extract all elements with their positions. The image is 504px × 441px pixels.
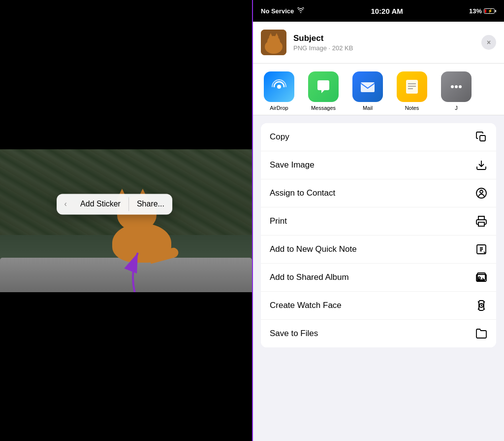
more-icon <box>441 71 472 102</box>
add-sticker-button[interactable]: Add Sticker <box>74 197 126 211</box>
save-image-action[interactable]: Save Image <box>261 151 496 179</box>
airdrop-label: AirDrop <box>270 105 288 111</box>
print-icon <box>475 215 487 227</box>
copy-save-section: Copy Save Image Assign to Contact <box>261 123 496 347</box>
notes-icon <box>397 71 427 102</box>
assign-contact-icon <box>475 187 487 199</box>
messages-app-icon[interactable]: Messages <box>301 71 346 111</box>
divider <box>128 197 129 211</box>
svg-rect-8 <box>406 80 418 94</box>
svg-point-6 <box>277 85 281 89</box>
back-arrow-icon[interactable]: ‹ <box>59 197 72 211</box>
photo-container: ‹ Add Sticker Share... <box>0 149 252 292</box>
save-files-icon <box>475 328 487 339</box>
save-to-files-action[interactable]: Save to Files <box>261 320 496 347</box>
svg-point-12 <box>451 85 454 88</box>
assign-contact-action[interactable]: Assign to Contact <box>261 179 496 207</box>
watch-face-icon <box>475 300 487 311</box>
copy-label: Copy <box>270 132 289 142</box>
share-title-group: Subject PNG Image · 202 KB <box>293 34 474 52</box>
svg-point-13 <box>455 85 458 88</box>
airdrop-app-icon[interactable]: AirDrop <box>257 71 301 111</box>
svg-rect-15 <box>480 136 485 141</box>
arrow-annotation <box>118 248 158 292</box>
notes-app-icon[interactable]: Notes <box>390 71 434 111</box>
copy-icon <box>475 131 487 143</box>
add-shared-album-label: Add to Shared Album <box>270 272 349 282</box>
create-watch-face-action[interactable]: Create Watch Face <box>261 292 496 320</box>
create-watch-face-label: Create Watch Face <box>270 301 342 310</box>
battery-percent: 13% <box>469 7 482 15</box>
status-left: No Service <box>261 7 305 15</box>
add-quick-note-action[interactable]: Add to New Quick Note <box>261 236 496 264</box>
status-bar: No Service 10:20 AM 13% ⚡ <box>253 0 504 22</box>
share-header: Subject PNG Image · 202 KB × <box>253 22 504 64</box>
svg-point-18 <box>480 190 483 193</box>
svg-point-3 <box>267 36 280 48</box>
app-icons-row: AirDrop Messages Mail <box>253 64 504 115</box>
add-shared-album-action[interactable]: Add to Shared Album <box>261 264 496 292</box>
signal-text: No Service <box>261 7 294 15</box>
share-title: Subject <box>293 34 474 43</box>
svg-rect-19 <box>478 222 484 226</box>
notes-label: Notes <box>405 105 419 111</box>
airdrop-icon <box>264 71 294 102</box>
action-list: Copy Save Image Assign to Contact <box>253 115 504 441</box>
mail-icon <box>352 71 383 102</box>
shared-album-icon <box>475 271 487 283</box>
quick-note-icon <box>475 243 487 255</box>
assign-contact-label: Assign to Contact <box>270 188 335 198</box>
share-thumbnail <box>261 30 286 55</box>
save-image-icon <box>475 159 487 171</box>
mail-app-icon[interactable]: Mail <box>346 71 390 111</box>
svg-point-14 <box>459 85 462 88</box>
battery-icon: ⚡ <box>484 8 496 14</box>
save-to-files-label: Save to Files <box>270 329 318 339</box>
share-button[interactable]: Share... <box>131 197 170 211</box>
add-quick-note-label: Add to New Quick Note <box>270 244 357 254</box>
more-label: J <box>455 105 458 111</box>
more-app-icon[interactable]: J <box>434 71 478 111</box>
print-action[interactable]: Print <box>261 207 496 236</box>
copy-action[interactable]: Copy <box>261 123 496 151</box>
wifi-icon <box>297 7 305 15</box>
right-panel: No Service 10:20 AM 13% ⚡ <box>252 0 504 441</box>
share-subtitle: PNG Image · 202 KB <box>293 44 474 52</box>
context-menu: ‹ Add Sticker Share... <box>57 194 172 214</box>
print-label: Print <box>270 216 287 226</box>
messages-icon <box>308 71 339 102</box>
svg-rect-7 <box>361 82 375 92</box>
status-time: 10:20 AM <box>371 7 403 15</box>
left-panel: ‹ Add Sticker Share... <box>0 0 252 441</box>
messages-label: Messages <box>311 105 336 111</box>
save-image-label: Save Image <box>270 160 315 170</box>
share-sheet: Subject PNG Image · 202 KB × AirDrop <box>253 22 504 441</box>
mail-label: Mail <box>363 105 373 111</box>
close-button[interactable]: × <box>481 35 496 50</box>
status-right: 13% ⚡ <box>469 7 496 15</box>
